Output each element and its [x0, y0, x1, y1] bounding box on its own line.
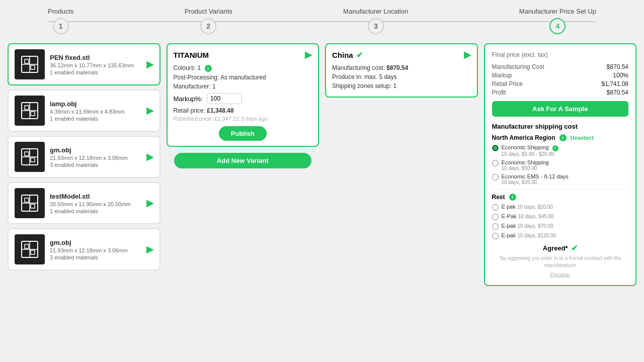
svg-rect-14: [31, 158, 35, 162]
step-2-label: Product Variants: [185, 8, 232, 15]
product-icon-1: [15, 96, 45, 126]
product-arrow-3: ▶: [146, 198, 153, 209]
location-arrow: ▶: [464, 49, 471, 60]
markup-input[interactable]: [207, 93, 242, 104]
svg-rect-19: [31, 204, 35, 208]
publish-button[interactable]: Publish: [219, 126, 267, 141]
product-icon-4: [15, 234, 45, 264]
colours-info-icon[interactable]: i: [205, 65, 212, 72]
product-info-0: PEN fixed.stl 36.12mm x 10.77mm x 135.63…: [50, 54, 141, 75]
step-3-label: Manufacturer Location: [343, 8, 408, 15]
price-row-0: Manufacturing Cost $870.54: [492, 63, 629, 70]
svg-rect-9: [31, 112, 35, 116]
product-info-2: gm.obj 21.93mm x 12.18mm x 3.06mm 3 enab…: [50, 146, 141, 168]
product-materials-2: 3 enabled materials: [50, 162, 141, 168]
product-dims-1: 4.39mm x 11.69mm x 4.83mm: [50, 109, 141, 115]
variant-card-arrow: ▶: [305, 49, 312, 60]
step-2[interactable]: Product Variants 2: [185, 8, 232, 34]
na-option-0-info-icon[interactable]: i: [552, 145, 558, 151]
product-name-4: gm.obj: [50, 239, 141, 246]
product-info-3: testModel.stl 20.50mm x 11.90mm x 20.50m…: [50, 193, 141, 214]
product-item-4[interactable]: gm.obj 21.93mm x 12.18mm x 3.06mm 3 enab…: [8, 228, 160, 270]
product-icon-0: [15, 49, 45, 79]
rest-info-icon[interactable]: i: [509, 194, 516, 201]
product-item-3[interactable]: testModel.stl 20.50mm x 11.90mm x 20.50m…: [8, 182, 160, 224]
product-info-4: gm.obj 21.93mm x 12.18mm x 3.06mm 3 enab…: [50, 239, 141, 260]
disable-link[interactable]: Disable: [492, 272, 629, 279]
mfg-cost-row: Manufacturing cost: $870.54: [332, 64, 471, 71]
products-list: PEN fixed.stl 36.12mm x 10.77mm x 135.63…: [8, 43, 160, 270]
product-materials-4: 3 enabled materials: [50, 254, 141, 260]
markup-row: Markup%:: [174, 93, 312, 104]
na-shipping-option-1: Economic Shipping 10 days, $50.00: [492, 159, 629, 171]
price-row-3: Profit $870.54: [492, 89, 629, 96]
north-america-info-icon[interactable]: i: [559, 134, 567, 141]
product-arrow-4: ▶: [146, 244, 153, 255]
agreed-label: Agreed*: [543, 244, 568, 252]
final-price-title: Final price (excl. tax): [492, 50, 629, 58]
step-1[interactable]: Products 1: [48, 8, 73, 34]
variant-post-processing-row: Post-Processing: As manufactured: [174, 74, 312, 81]
retail-price-row: Retail price: £1,348.48: [174, 107, 312, 114]
product-dims-4: 21.93mm x 12.18mm x 3.06mm: [50, 247, 141, 253]
na-radio-1[interactable]: [492, 160, 499, 166]
north-america-unselect[interactable]: Unselect: [571, 135, 594, 141]
contract-note: *by aggreeing you enter in to a formal c…: [492, 255, 629, 269]
product-arrow-2: ▶: [146, 151, 153, 162]
svg-rect-8: [25, 106, 29, 110]
na-shipping-option-2: Economic EMS - 8-12 days 10 days, $20.00: [492, 173, 629, 185]
sample-button[interactable]: Ask For A Sample: [492, 101, 629, 117]
product-item-0[interactable]: PEN fixed.stl 36.12mm x 10.77mm x 135.63…: [8, 43, 160, 85]
product-item-1[interactable]: lamp.obj 4.39mm x 11.69mm x 4.83mm 1 ena…: [8, 89, 160, 132]
product-info-1: lamp.obj 4.39mm x 11.69mm x 4.83mm 1 ena…: [50, 100, 141, 122]
product-name-0: PEN fixed.stl: [50, 54, 141, 61]
variant-card: TITANIUM ▶ Colours: 1 i Post-Processing:…: [167, 43, 319, 147]
shipping-title: Manufacturer shipping cost: [492, 123, 629, 130]
step-4[interactable]: Manufacturer Price Set Up 4: [519, 8, 596, 34]
produce-row: Produce in: max. 5 days: [332, 73, 471, 80]
step-3[interactable]: Manufacturer Location 3: [343, 8, 408, 34]
step-1-label: Products: [48, 8, 73, 15]
variant-name: TITANIUM: [174, 51, 209, 59]
rest-radio-1[interactable]: [492, 214, 499, 220]
product-item-2[interactable]: gm.obj 21.93mm x 12.18mm x 3.06mm 3 enab…: [8, 136, 160, 178]
step-4-circle: 4: [549, 18, 566, 34]
markup-label: Markup%:: [174, 95, 203, 103]
step-1-circle: 1: [53, 18, 69, 34]
svg-rect-13: [25, 152, 29, 156]
product-name-2: gm.obj: [50, 146, 141, 154]
product-dims-2: 21.93mm x 12.18mm x 3.06mm: [50, 155, 141, 161]
rest-option-3: E-pak 10 days, $120.00: [492, 232, 629, 239]
na-shipping-option-0: Economic Shipping i 10 days, $5.00 - $20…: [492, 144, 629, 157]
product-arrow-1: ▶: [146, 105, 153, 116]
svg-rect-24: [31, 250, 35, 254]
price-row-2: Retail Price $1,741.08: [492, 80, 629, 87]
product-dims-0: 36.12mm x 10.77mm x 135.63mm: [50, 62, 141, 68]
final-price-card: Final price (excl. tax) Manufacturing Co…: [484, 43, 637, 286]
rest-radio-3[interactable]: [492, 233, 499, 239]
rest-radio-2[interactable]: [492, 223, 499, 230]
product-icon-2: [15, 142, 45, 172]
rest-radio-0[interactable]: [492, 204, 499, 211]
step-3-circle: 3: [368, 18, 384, 34]
north-america-region-title: North America Region i Unselect: [492, 134, 629, 141]
agreed-row: Agreed* ✔: [492, 243, 629, 253]
step-4-label: Manufacturer Price Set Up: [519, 8, 596, 15]
location-card: China ✔ ▶ Manufacturing cost: $870.54 Pr…: [325, 43, 478, 98]
product-materials-3: 1 enabled materials: [50, 208, 141, 214]
variant-colours-row: Colours: 1 i: [174, 64, 312, 72]
variant-manufacturer-row: Manufacturer: 1: [174, 83, 312, 90]
location-name: China ✔: [332, 50, 363, 60]
published-price-row: Published price: £1,347.22 3 days ago: [174, 115, 312, 122]
rest-option-2: E-pak 10 days, $70.00: [492, 223, 629, 230]
agreed-check-icon: ✔: [571, 243, 578, 253]
na-radio-0[interactable]: [492, 145, 499, 151]
price-table: Manufacturing Cost $870.54 Markup 100% R…: [492, 63, 629, 96]
svg-rect-18: [25, 198, 29, 202]
add-variant-button[interactable]: Add New Variant: [174, 153, 311, 168]
svg-rect-4: [31, 65, 35, 69]
product-dims-3: 20.50mm x 11.90mm x 20.50mm: [50, 201, 141, 207]
na-radio-2[interactable]: [492, 174, 499, 180]
rest-option-1: E-Pak 10 days, $45.00: [492, 213, 629, 220]
product-icon-3: [15, 188, 45, 218]
